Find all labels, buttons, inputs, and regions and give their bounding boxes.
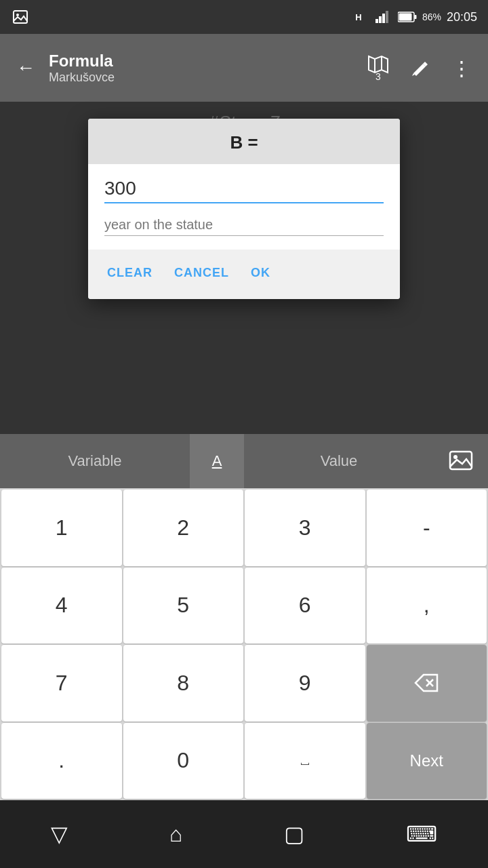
svg-rect-8 [399,14,411,21]
ok-button[interactable]: OK [248,260,273,285]
svg-rect-12 [450,452,472,469]
app-subtitle: Markušovce [49,71,354,85]
edit-button[interactable] [405,53,435,83]
nav-recents[interactable]: ▢ [268,813,321,855]
cancel-button[interactable]: CANCEL [171,260,232,285]
app-bar: ← Formula Markušovce 3 ⋮ [0,34,488,102]
dialog: B = CLEAR CANCEL OK [88,119,400,299]
app-bar-actions: 3 ⋮ [362,48,477,87]
key-4[interactable]: 4 [1,568,122,644]
more-button[interactable]: ⋮ [446,51,477,85]
signal-bars-icon [373,7,392,26]
hint-input[interactable] [104,217,384,236]
keyboard: 1 2 3 - 4 5 6 , 7 8 9 . 0 ⎵ Next [0,488,488,800]
status-left [11,7,344,26]
key-backspace[interactable] [367,645,487,722]
key-space[interactable]: ⎵ [245,723,365,800]
var-value-bar: Variable A Value [0,434,488,488]
key-2[interactable]: 2 [123,490,244,566]
dialog-actions: CLEAR CANCEL OK [88,250,400,299]
status-bar: H 86% 20:05 [0,0,488,34]
dialog-title: B = [230,132,258,153]
dialog-header: B = [88,119,400,164]
svg-rect-0 [14,11,27,23]
clear-button[interactable]: CLEAR [104,260,155,285]
title-container: Formula Markušovce [49,52,354,85]
svg-point-1 [16,14,19,16]
key-3[interactable]: 3 [245,490,365,566]
app-title: Formula [49,52,354,71]
key-1[interactable]: 1 [1,490,122,566]
back-button[interactable]: ← [11,52,41,84]
key-6[interactable]: 6 [245,568,365,644]
key-8[interactable]: 8 [123,645,244,722]
variable-label: Variable [0,452,190,470]
key-comma[interactable]: , [367,568,487,644]
value-label: Value [244,452,434,470]
dialog-body [88,164,400,250]
key-9[interactable]: 9 [245,645,365,722]
svg-rect-3 [379,16,382,23]
svg-rect-2 [375,19,378,23]
svg-marker-9 [369,56,388,73]
map-badge: 3 [375,71,381,82]
key-0[interactable]: 0 [123,723,244,800]
value-input[interactable] [104,178,384,203]
svg-rect-5 [386,11,388,23]
svg-rect-7 [414,15,416,19]
battery-icon [398,7,417,26]
nav-back[interactable]: ▽ [35,813,84,855]
image-insert-button[interactable] [434,434,488,488]
nav-keyboard[interactable]: ⌨ [390,813,453,855]
nav-home[interactable]: ⌂ [153,814,199,855]
bottom-nav: ▽ ⌂ ▢ ⌨ [0,800,488,868]
font-icon: A [212,452,222,470]
svg-point-13 [453,455,458,459]
key-minus[interactable]: - [367,490,487,566]
image-status-icon [11,7,30,26]
font-button[interactable]: A [190,434,244,488]
key-dot[interactable]: . [1,723,122,800]
next-button[interactable]: Next [367,723,487,800]
key-5[interactable]: 5 [123,568,244,644]
svg-rect-4 [382,14,385,23]
battery-percent: 86% [422,12,441,22]
key-7[interactable]: 7 [1,645,122,722]
map-button[interactable]: 3 [362,48,394,87]
status-time: 20:05 [447,10,477,24]
h-signal-icon: H [349,7,368,26]
